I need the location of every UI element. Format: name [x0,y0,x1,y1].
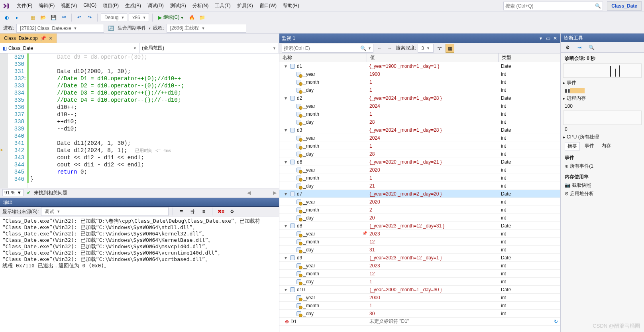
menu-item[interactable]: Git(G) [80,1,100,11]
menu-item[interactable]: 扩展(X) [234,1,256,11]
redo-button[interactable]: ↷ [85,13,94,22]
nav-prev-icon[interactable]: ← [375,44,384,53]
all-events-link[interactable]: ⊕ 所有事件(1 [563,162,642,170]
section-cpu[interactable]: ▸CPU (所有处理 [563,133,642,141]
section-proc-mem[interactable]: ▸进程内存 [563,94,642,103]
col-value[interactable]: 值 [367,53,499,62]
code-editor[interactable]: ➤ 32933033133233333433533633733833934034… [0,53,279,188]
heap-profiling-link[interactable]: ⊜ 启用堆分析 [563,190,642,198]
watch-row[interactable]: _day21int [279,182,560,190]
watch-grid[interactable]: ▾d1{_year=1900 _month=1 _day=1 }Date_yea… [279,62,560,332]
menu-item[interactable]: 分析(N) [189,1,212,11]
export-icon[interactable]: ⇥ [575,43,584,52]
watch-row[interactable]: _month1int [279,142,560,150]
expand-toggle-icon[interactable]: ▾ [283,127,288,133]
watch-error-row[interactable]: ⊗D1未定义标识符 "D1"↻ [279,318,560,326]
col-name[interactable]: 名称 [279,53,367,62]
watch-row[interactable]: ▾d1{_year=1900 _month=1 _day=1 }Date [279,62,560,70]
nav-left-icon[interactable]: ◀ [247,190,251,196]
menu-item[interactable]: 视图(V) [58,1,80,11]
timeline-graph[interactable] [563,63,642,78]
menu-item[interactable]: 项目(P) [100,1,122,11]
section-events[interactable]: ▸事件 [563,79,642,87]
save-button[interactable]: 💾 [49,13,58,22]
continue-button[interactable]: ▶继续(C) ▾ [156,13,186,22]
output-settings-icon[interactable]: ⚙ [228,207,236,216]
memory-graph[interactable] [563,111,642,125]
expand-toggle-icon[interactable]: ▾ [283,191,288,197]
menu-item[interactable]: 调试(D) [144,1,167,11]
save-all-button[interactable]: 🗃 [59,13,68,22]
menu-item[interactable]: 测试(S) [167,1,189,11]
watch-row[interactable]: ▾d7{_year=2020 _month=2 _day=20 }Date [279,190,560,198]
zoom-icon[interactable]: 🔍 [587,43,596,52]
watch-row[interactable]: _month1int [279,302,560,310]
scope-class-dropdown[interactable]: ◧Class_Date▼ [0,43,139,53]
watch-row[interactable]: _year1900int [279,70,560,78]
thread-dropdown[interactable]: [2696] 主线程▼ [167,24,246,33]
nav-right-icon[interactable]: ▶ [273,190,277,196]
watch-row[interactable]: _year2000int [279,294,560,302]
menu-item[interactable]: 窗口(W) [256,1,280,11]
expand-toggle-icon[interactable]: ▾ [283,63,288,69]
tab-events[interactable]: 事件 [582,142,597,150]
watch-row[interactable]: ▾d2{_year=2024 _month=1 _day=28 }Date [279,94,560,102]
output-source-dropdown[interactable]: 调试▼ [41,207,169,216]
watch-row[interactable]: _year2020int [279,198,560,206]
watch-row[interactable]: _day28int [279,118,560,126]
expand-toggle-icon[interactable]: ▾ [283,287,288,292]
watch-row[interactable]: ▾d3{_year=2024 _month=1 _day=28 }Date [279,126,560,134]
watch-row[interactable]: _day28int [279,150,560,158]
output-tool-icon[interactable]: ⇶ [188,207,197,216]
scope-member-dropdown[interactable]: (全局范围)▼ [139,43,279,53]
maximize-icon[interactable]: ▭ [545,36,551,41]
watch-row[interactable]: _day1int [279,86,560,94]
watch-search-input[interactable] [284,45,359,51]
open-file-button[interactable]: 📂 [39,13,47,22]
lifecycle-events-icon[interactable]: 🔄 [106,24,115,33]
expand-toggle-icon[interactable]: ▾ [283,255,288,261]
col-type[interactable]: 类型 [499,53,560,62]
gear-icon[interactable]: ⚙ [563,43,572,52]
watch-row[interactable]: _month12int [279,270,560,278]
watch-row[interactable]: _month1int [279,78,560,86]
global-search-input[interactable] [505,3,595,9]
search-depth-dropdown[interactable]: 3▼ [418,44,434,53]
back-button[interactable]: ◐ [2,13,11,22]
watch-row[interactable]: _day1int [279,278,560,286]
watch-row[interactable]: _month1int [279,110,560,118]
watch-row[interactable]: _day31int [279,246,560,254]
new-item-button[interactable]: ▦ [28,13,37,22]
close-icon[interactable]: ✕ [49,36,53,41]
watch-row[interactable]: _year2020int [279,166,560,174]
watch-row[interactable]: _month12int [279,238,560,246]
watch-row[interactable]: _year2024int [279,102,560,110]
folder-button[interactable]: 📁 [198,13,206,22]
clear-output-icon[interactable]: ✖≡ [216,207,225,216]
filter-icon[interactable]: 🝖 [435,44,444,53]
window-menu-icon[interactable]: ▾ [538,36,544,41]
output-tool-icon[interactable]: ≡ [199,207,208,216]
tab-class-date[interactable]: Class_Date.cpp 📌 ✕ [0,34,57,43]
hot-reload-button[interactable]: 🔥 [187,13,196,22]
menu-item[interactable]: 文件(F) [14,1,35,11]
menu-item[interactable]: 工具(T) [212,1,234,11]
config-dropdown[interactable]: Debug▼ [101,13,127,22]
pin-icon[interactable]: 📌 [40,36,46,41]
watch-row[interactable]: _year📌 2023int [279,230,560,238]
expand-toggle-icon[interactable]: ▾ [283,95,288,101]
platform-dropdown[interactable]: x86▼ [129,13,149,22]
watch-row[interactable]: ▾d8{_year=2023 _month=12 _day=31 }Date [279,222,560,230]
refresh-icon[interactable]: ↻ [554,319,558,324]
undo-button[interactable]: ↶ [75,13,84,22]
watch-row[interactable]: _month1int [279,174,560,182]
global-search-box[interactable]: 🔍 [503,2,603,10]
close-icon[interactable]: ✕ [552,36,558,41]
watch-row[interactable]: _day20int [279,214,560,222]
watch-search-box[interactable]: 🔍▼ [282,44,373,53]
output-text[interactable]: “Class_Date.exe”(Win32): 已加载“D:\卷狗\cpp\C… [0,217,279,270]
solution-name[interactable]: Class_Date [607,1,642,11]
watch-row[interactable]: ▾d10{_year=2000 _month=1 _day=30 }Date [279,286,560,294]
process-dropdown[interactable]: [27832] Class_Date.exe▼ [16,24,104,33]
nav-next-icon[interactable]: → [385,44,394,53]
